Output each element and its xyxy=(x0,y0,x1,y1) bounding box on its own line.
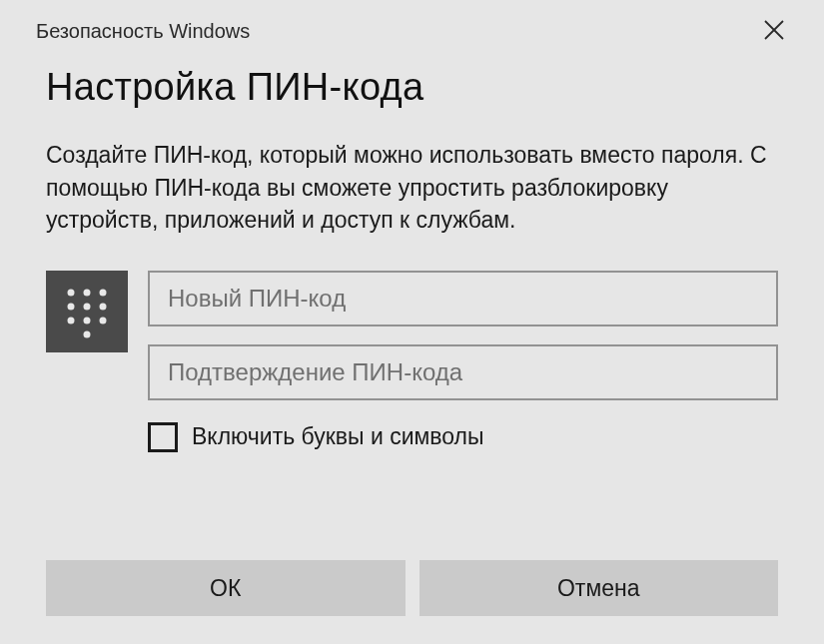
svg-point-11 xyxy=(84,330,91,337)
svg-point-7 xyxy=(100,303,107,310)
pin-pad-icon xyxy=(46,271,128,352)
svg-point-2 xyxy=(68,289,75,296)
new-pin-input[interactable] xyxy=(148,271,778,326)
description-text: Создайте ПИН-код, который можно использо… xyxy=(46,139,778,237)
confirm-pin-input[interactable] xyxy=(148,344,778,400)
pin-setup-dialog: Безопасность Windows Настройка ПИН-кода … xyxy=(0,0,824,644)
svg-point-5 xyxy=(68,303,75,310)
svg-point-4 xyxy=(100,289,107,296)
svg-point-3 xyxy=(84,289,91,296)
dialog-content: Настройка ПИН-кода Создайте ПИН-код, кот… xyxy=(0,48,824,452)
svg-point-9 xyxy=(84,317,91,323)
fields-column xyxy=(148,271,778,400)
include-letters-checkbox[interactable] xyxy=(148,422,178,452)
titlebar: Безопасность Windows xyxy=(0,0,824,48)
titlebar-text: Безопасность Windows xyxy=(36,20,250,43)
svg-point-6 xyxy=(84,303,91,310)
button-row: ОК Отмена xyxy=(46,560,778,616)
page-title: Настройка ПИН-кода xyxy=(46,66,778,109)
svg-point-10 xyxy=(100,317,107,323)
svg-point-8 xyxy=(68,317,75,323)
cancel-button[interactable]: Отмена xyxy=(419,560,779,616)
checkbox-label[interactable]: Включить буквы и символы xyxy=(192,423,484,450)
checkbox-row: Включить буквы и символы xyxy=(148,422,778,452)
close-icon[interactable] xyxy=(756,14,792,48)
ok-button[interactable]: ОК xyxy=(46,560,406,616)
input-area xyxy=(46,271,778,400)
